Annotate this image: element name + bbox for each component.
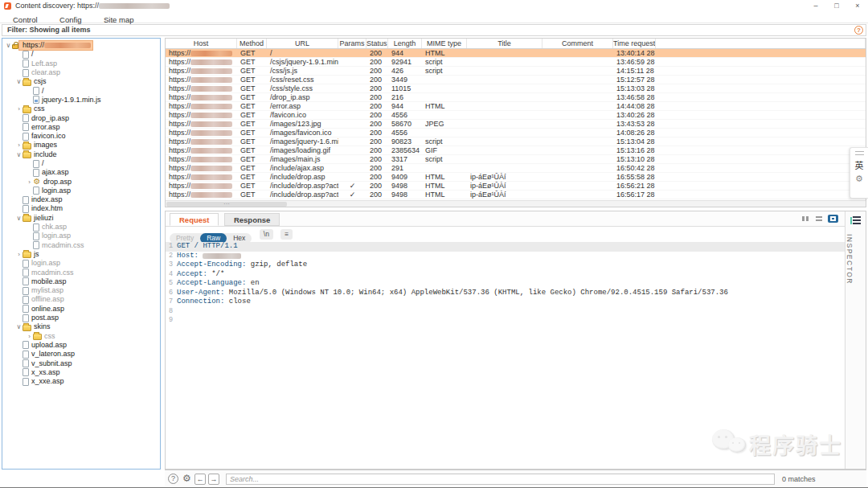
tab-response[interactable]: Response: [224, 213, 280, 226]
tree-item[interactable]: login.asp: [2, 232, 160, 240]
site-map-tree[interactable]: ∨https:///Left.aspclear.asp∨csjs/jquery-…: [2, 38, 161, 470]
previous-match-button[interactable]: ←: [194, 474, 206, 485]
table-row[interactable]: https://GET/css/reset.css200344915:12:57…: [166, 76, 866, 84]
column-header-method[interactable]: Method: [237, 39, 267, 48]
request-raw-view[interactable]: 1GET / HTTP/1.12Host: 3Accept-Encoding: …: [166, 242, 845, 469]
chevron-down-icon[interactable]: ∨: [15, 323, 23, 330]
table-row[interactable]: https://GET/images/main.js2003317script1…: [166, 155, 866, 164]
tree-item[interactable]: /: [2, 50, 160, 59]
help-icon[interactable]: ?: [854, 26, 863, 35]
table-row[interactable]: https://GET/images/loading.gif2002385634…: [166, 146, 866, 155]
tree-item[interactable]: drop_ip.asp: [2, 113, 160, 122]
tree-item[interactable]: chk.asp: [2, 223, 160, 232]
column-header-mime-type[interactable]: MIME type: [422, 39, 467, 48]
table-row[interactable]: https://GET/include/ajax.asp20029116:50:…: [166, 164, 866, 173]
tree-item[interactable]: index.asp: [2, 195, 160, 204]
table-row[interactable]: https://GET/images/favicon.ico200455614:…: [166, 129, 866, 137]
tree-item[interactable]: online.asp: [2, 305, 160, 314]
table-row[interactable]: https://GET/error.asp200944HTML14:44:08 …: [166, 102, 866, 111]
tree-item[interactable]: ∨https://: [2, 41, 160, 50]
chevron-right-icon[interactable]: ›: [15, 105, 23, 113]
tree-item[interactable]: ›images: [2, 141, 160, 150]
column-header-length[interactable]: Length: [388, 39, 422, 48]
horizontal-scrollbar[interactable]: ···: [166, 200, 866, 207]
tree-item[interactable]: jquery-1.9.1.min.js: [2, 96, 160, 105]
column-header-status[interactable]: Status ∧: [366, 39, 388, 48]
chevron-down-icon[interactable]: ∨: [15, 78, 23, 85]
tree-item[interactable]: ajax.asp: [2, 168, 160, 177]
ime-gear-icon[interactable]: ⚙: [855, 174, 863, 184]
ime-grip-icon[interactable]: [855, 151, 864, 155]
search-settings-icon[interactable]: ⚙: [182, 474, 192, 484]
tree-item[interactable]: ›js: [2, 250, 160, 259]
table-row[interactable]: https://GET/drop_ip.asp20021613:46:58 28…: [166, 93, 866, 102]
maximize-button[interactable]: □: [826, 0, 847, 11]
table-row[interactable]: https://GET/200944HTML13:40:14 28 …: [166, 49, 866, 58]
inspector-strip[interactable]: INSPECTOR: [845, 211, 866, 469]
tree-item[interactable]: upload.asp: [2, 341, 160, 350]
tree-item[interactable]: x_xxe.asp: [2, 377, 160, 386]
column-header-host[interactable]: Host: [166, 39, 237, 48]
chevron-right-icon[interactable]: ›: [15, 251, 23, 258]
ime-language-indicator[interactable]: 英: [855, 158, 864, 171]
table-row[interactable]: https://GET/images/jquery-1.6.min…200908…: [166, 137, 866, 146]
column-header-title[interactable]: Title: [467, 39, 542, 48]
chevron-down-icon[interactable]: ∨: [15, 215, 23, 222]
close-button[interactable]: ×: [847, 0, 868, 11]
column-header-time-request-[interactable]: Time request…: [613, 39, 656, 48]
table-row[interactable]: https://GET/include/drop.asp2009409HTMLi…: [166, 173, 866, 182]
table-row[interactable]: https://GET/csjs/jquery-1.9.1.min.js2009…: [166, 58, 866, 67]
tree-item[interactable]: ∨csjs: [2, 77, 160, 86]
tree-item[interactable]: Left.asp: [2, 59, 160, 68]
chevron-right-icon[interactable]: ›: [26, 333, 33, 340]
column-header-url[interactable]: URL: [267, 39, 338, 48]
show-newlines-button[interactable]: \n: [260, 229, 273, 240]
tree-item[interactable]: ∨include: [2, 150, 160, 159]
tree-item[interactable]: /: [2, 86, 160, 95]
tree-item[interactable]: clear.asp: [2, 68, 160, 77]
tree-item[interactable]: /: [2, 159, 160, 168]
filter-bar[interactable]: Filter: Showing all items ?: [2, 24, 866, 36]
tree-item[interactable]: error.asp: [2, 123, 160, 132]
table-row[interactable]: https://GET/include/drop.asp?actio…✓2009…: [166, 191, 866, 199]
chevron-down-icon[interactable]: ∨: [5, 42, 12, 49]
scrollbar-thumb[interactable]: ···: [166, 202, 287, 207]
tree-item[interactable]: post.asp: [2, 314, 160, 322]
tree-item[interactable]: login.asp: [2, 187, 160, 195]
tree-item[interactable]: mcadmin.css: [2, 268, 160, 277]
table-row[interactable]: https://GET/css/js.js200426script14:15:1…: [166, 67, 866, 76]
tree-item[interactable]: favicon.ico: [2, 132, 160, 141]
column-header-params[interactable]: Params: [338, 39, 366, 48]
ime-float-bar[interactable]: 英 ⚙: [850, 147, 868, 199]
next-match-button[interactable]: →: [208, 474, 219, 485]
tree-item[interactable]: ›css: [2, 332, 160, 341]
chevron-down-icon[interactable]: ∨: [15, 151, 23, 158]
tree-item[interactable]: mobile.asp: [2, 277, 160, 286]
search-help-icon[interactable]: ?: [168, 474, 178, 484]
tree-item[interactable]: mcadmin.css: [2, 241, 160, 250]
column-header-comment[interactable]: Comment: [542, 39, 613, 48]
tree-item[interactable]: index.htm: [2, 204, 160, 213]
tree-item[interactable]: v_lateron.asp: [2, 350, 160, 359]
chevron-right-icon[interactable]: ›: [15, 141, 23, 149]
tree-item[interactable]: offline.asp: [2, 295, 160, 304]
tree-item[interactable]: ∨jieliuzi: [2, 214, 160, 223]
tree-item[interactable]: mylist.asp: [2, 286, 160, 295]
tree-item[interactable]: ›⚙drop.asp: [2, 177, 160, 186]
layout-columns-icon[interactable]: [800, 215, 811, 223]
tab-request[interactable]: Request: [170, 213, 219, 226]
table-row[interactable]: https://GET/images/123.jpg20058670JPEG13…: [166, 120, 866, 129]
table-row[interactable]: https://GET/include/drop.asp?actio…✓2009…: [166, 182, 866, 191]
table-row[interactable]: https://GET/favicon.ico200455613:40:26 2…: [166, 111, 866, 120]
tree-item[interactable]: x_xs.asp: [2, 368, 160, 377]
layout-single-icon[interactable]: [828, 215, 838, 223]
search-input[interactable]: [226, 474, 775, 485]
tree-item[interactable]: ›css: [2, 105, 160, 113]
chevron-right-icon[interactable]: ›: [26, 178, 33, 186]
tree-item[interactable]: ∨skins: [2, 322, 160, 331]
column-header-filler[interactable]: [656, 39, 866, 48]
minimize-button[interactable]: –: [805, 0, 826, 11]
layout-rows-icon[interactable]: [814, 215, 825, 223]
table-row[interactable]: https://GET/css/style.css2001101515:13:0…: [166, 84, 866, 93]
tree-item[interactable]: login.asp: [2, 259, 160, 268]
